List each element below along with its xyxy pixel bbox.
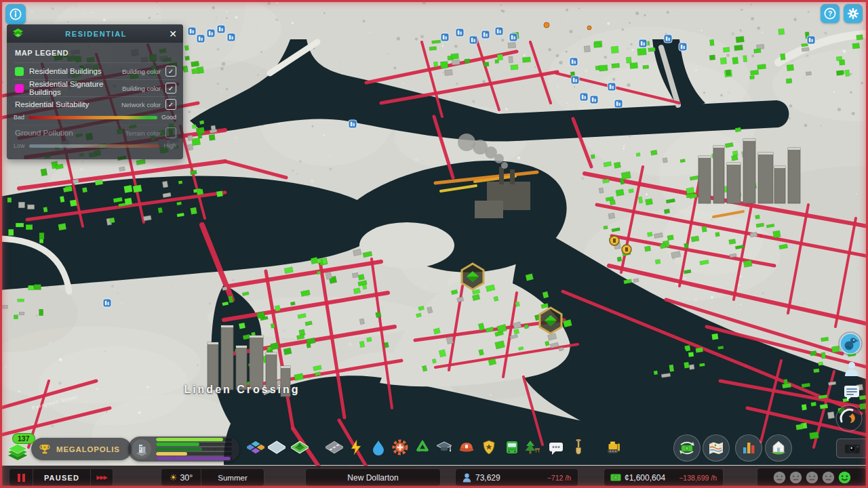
city-house-icon bbox=[770, 439, 787, 457]
chirper-bird-icon bbox=[837, 330, 864, 357]
pollution-checkbox[interactable] bbox=[165, 127, 176, 138]
healthcare-icon bbox=[391, 439, 409, 456]
building-alert-marker[interactable] bbox=[481, 30, 490, 39]
residential-zone-icon bbox=[13, 28, 23, 39]
building-alert-marker[interactable] bbox=[103, 299, 111, 307]
building-alert-marker[interactable] bbox=[571, 76, 579, 84]
legend-row-residential: Residential Buildings Building color ✓ bbox=[14, 62, 176, 79]
fire-helmet-icon bbox=[458, 439, 475, 456]
settings-button[interactable] bbox=[844, 4, 863, 23]
close-icon[interactable]: ✕ bbox=[169, 29, 177, 39]
city-name-display[interactable]: New Dollarton bbox=[305, 468, 441, 487]
building-alert-marker[interactable] bbox=[456, 28, 464, 37]
building-alert-marker[interactable] bbox=[349, 120, 357, 128]
residential-checkbox[interactable]: ✓ bbox=[165, 66, 176, 77]
photo-mode-button[interactable] bbox=[836, 439, 868, 458]
alert-dot-marker[interactable] bbox=[544, 22, 549, 28]
building-alert-marker[interactable] bbox=[639, 39, 647, 47]
citizen-panel-button[interactable] bbox=[842, 359, 862, 379]
building-alert-marker[interactable] bbox=[664, 35, 672, 43]
zones-button[interactable] bbox=[247, 439, 264, 456]
scale-max-label: Good bbox=[161, 114, 176, 121]
chirper-button[interactable] bbox=[837, 330, 864, 357]
signature-checkbox[interactable]: ✓ bbox=[165, 83, 176, 94]
demand-panel[interactable] bbox=[128, 436, 239, 462]
building-alert-marker[interactable] bbox=[188, 27, 196, 35]
garbage-button[interactable] bbox=[414, 439, 431, 456]
row-label: Ground Pollution bbox=[15, 129, 125, 137]
building-alert-marker[interactable] bbox=[441, 33, 449, 41]
building-alert-marker[interactable] bbox=[807, 36, 815, 44]
parks-button[interactable] bbox=[524, 439, 541, 456]
settings-gear-icon bbox=[846, 7, 860, 20]
building-alert-marker[interactable] bbox=[580, 93, 588, 101]
population-value: 73,629 bbox=[475, 473, 500, 483]
journal-button[interactable] bbox=[842, 382, 862, 403]
status-bar: PAUSED ▶▶▶ ☀ 30° Summer New Dollarton 73… bbox=[0, 466, 868, 488]
resource-marker[interactable] bbox=[622, 245, 631, 254]
building-alert-marker[interactable] bbox=[469, 36, 477, 44]
office-demand bbox=[156, 457, 232, 460]
radio-button[interactable] bbox=[835, 404, 863, 432]
electricity-button[interactable] bbox=[347, 439, 365, 456]
building-alert-marker[interactable] bbox=[227, 33, 235, 41]
alert-dot-marker[interactable] bbox=[587, 26, 591, 30]
pause-button[interactable] bbox=[9, 469, 33, 486]
building-alert-marker[interactable] bbox=[217, 25, 225, 33]
happiness-face-icon[interactable] bbox=[773, 471, 786, 484]
building-alert-marker[interactable] bbox=[590, 96, 598, 104]
building-alert-marker[interactable] bbox=[614, 100, 623, 108]
row-label: Residential Signature Buildings bbox=[29, 80, 122, 96]
building-alert-marker[interactable] bbox=[570, 58, 578, 66]
residential-low-demand bbox=[156, 438, 232, 441]
landscaping-button[interactable] bbox=[291, 439, 309, 456]
money-display[interactable]: ¢1,600,604 −138,699 /h bbox=[604, 468, 724, 487]
money-rate: −138,699 /h bbox=[679, 474, 717, 482]
building-alert-marker[interactable] bbox=[207, 29, 215, 37]
info-button[interactable] bbox=[5, 4, 26, 24]
city-info-button[interactable] bbox=[765, 434, 792, 462]
suitability-scale: Bad Good bbox=[14, 113, 176, 122]
speed-up-button[interactable]: ▶▶▶ bbox=[91, 469, 113, 486]
infoview-legend-panel: RESIDENTIAL ✕ MAP LEGEND Residential Bui… bbox=[7, 24, 183, 159]
happiness-face-icon[interactable] bbox=[789, 471, 802, 484]
trophy-icon bbox=[38, 443, 52, 456]
building-alert-marker[interactable] bbox=[608, 83, 616, 91]
building-alert-marker[interactable] bbox=[509, 33, 517, 41]
roads-button[interactable] bbox=[326, 439, 343, 456]
healthcare-button[interactable] bbox=[391, 439, 409, 456]
milestone-button[interactable]: MEGALOPOLIS bbox=[31, 438, 132, 460]
education-button[interactable] bbox=[435, 439, 453, 456]
economy-button[interactable] bbox=[673, 434, 701, 462]
police-button[interactable] bbox=[480, 439, 498, 456]
temperature-display: ☀ 30° bbox=[161, 472, 201, 483]
simulation-control: PAUSED ▶▶▶ bbox=[9, 468, 113, 487]
map-tiles-button[interactable] bbox=[703, 434, 730, 462]
water-button[interactable] bbox=[370, 439, 387, 456]
scale-min-label: Bad bbox=[14, 114, 24, 121]
legend-row-signature: Residential Signature Buildings Building… bbox=[14, 79, 176, 96]
happiness-face-icon[interactable] bbox=[822, 471, 835, 484]
bulldozer-button[interactable] bbox=[605, 439, 623, 456]
suitability-checkbox[interactable]: ✓ bbox=[165, 99, 176, 110]
row-kind: Terrain color bbox=[125, 129, 161, 137]
districts-button[interactable] bbox=[268, 439, 285, 456]
terraforming-button[interactable] bbox=[570, 439, 587, 456]
police-badge-icon bbox=[480, 439, 498, 456]
building-alert-marker[interactable] bbox=[495, 27, 503, 35]
happiness-face-active-icon[interactable] bbox=[838, 471, 851, 484]
happiness-face-icon[interactable] bbox=[806, 471, 818, 484]
help-button[interactable]: ? bbox=[821, 4, 840, 23]
transportation-button[interactable] bbox=[503, 439, 521, 456]
building-alert-marker[interactable] bbox=[679, 43, 687, 51]
fire-department-button[interactable] bbox=[458, 439, 475, 456]
communications-button[interactable] bbox=[547, 439, 565, 456]
scale-max-label: High bbox=[163, 142, 176, 149]
residential-high-demand bbox=[156, 447, 232, 451]
building-alert-marker[interactable] bbox=[197, 35, 205, 43]
statistics-button[interactable] bbox=[735, 434, 762, 462]
sun-icon: ☀ bbox=[170, 472, 178, 483]
resource-marker[interactable] bbox=[610, 236, 619, 245]
population-display[interactable]: 73,629 −712 /h bbox=[455, 468, 578, 487]
residential-swatch bbox=[15, 67, 24, 76]
